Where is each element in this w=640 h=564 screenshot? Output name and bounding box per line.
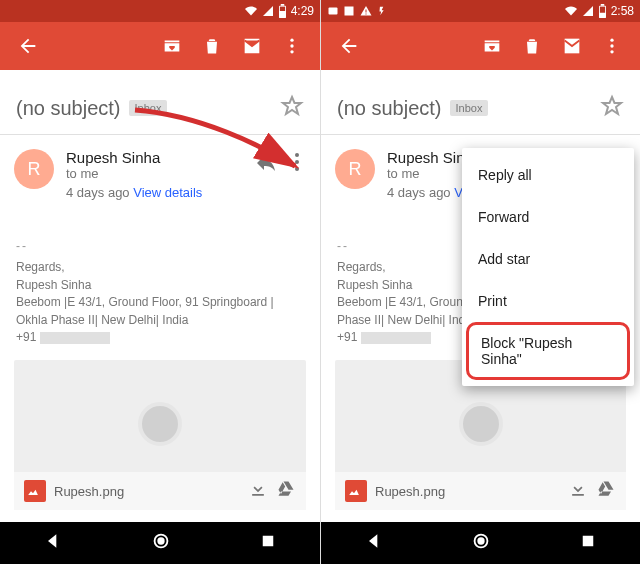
svg-point-3 [290, 39, 293, 42]
nav-bar [0, 522, 320, 564]
avatar[interactable]: R [335, 149, 375, 189]
subject-row: (no subject) Inbox [321, 70, 640, 134]
warning-icon [359, 5, 373, 17]
drive-icon[interactable] [596, 479, 616, 503]
signal-icon [582, 5, 594, 17]
redacted [40, 332, 110, 344]
svg-rect-14 [600, 4, 604, 6]
svg-point-18 [610, 50, 613, 53]
svg-rect-15 [600, 7, 605, 13]
bolt-icon [377, 4, 387, 18]
sig-phone-prefix: +91 [337, 330, 357, 344]
clock: 4:29 [291, 4, 314, 18]
subject-text: (no subject) [16, 97, 121, 120]
app-bar [0, 22, 320, 70]
back-button[interactable] [329, 26, 369, 66]
download-icon[interactable] [568, 479, 588, 503]
redacted [361, 332, 431, 344]
svg-rect-12 [366, 14, 367, 15]
svg-rect-21 [583, 536, 594, 547]
status-bar: 2:58 [321, 0, 640, 22]
nav-home-icon[interactable] [150, 530, 172, 556]
reply-icon[interactable] [254, 151, 278, 179]
svg-point-4 [290, 44, 293, 47]
screen-left: 4:29 (no subject) Inbox R Rupesh Sinha t… [0, 0, 320, 564]
label-chip[interactable]: Inbox [450, 100, 489, 116]
attachment-name: Rupesh.png [54, 484, 240, 499]
sender-to: to me [66, 166, 242, 181]
delete-button[interactable] [192, 26, 232, 66]
wifi-icon [244, 5, 258, 17]
mark-unread-button[interactable] [552, 26, 592, 66]
sig-regards: Regards, [16, 259, 304, 276]
attachment-thumb-icon [459, 402, 503, 446]
view-details-link[interactable]: View details [133, 185, 202, 200]
sig-phone-prefix: +91 [16, 330, 36, 344]
nav-bar [321, 522, 640, 564]
card-icon [327, 5, 339, 17]
overflow-button[interactable] [272, 26, 312, 66]
nav-home-icon[interactable] [470, 530, 492, 556]
delete-button[interactable] [512, 26, 552, 66]
nav-recent-icon[interactable] [579, 532, 597, 554]
svg-point-17 [610, 44, 613, 47]
status-bar: 4:29 [0, 0, 320, 22]
image-file-icon [24, 480, 46, 502]
svg-rect-1 [280, 4, 284, 6]
sender-time: 4 days ago [387, 185, 451, 200]
menu-add-star[interactable]: Add star [462, 238, 634, 280]
message-overflow-button[interactable] [288, 151, 306, 171]
nav-back-icon[interactable] [43, 531, 63, 555]
image-file-icon [345, 480, 367, 502]
svg-rect-8 [262, 536, 273, 547]
sender-time: 4 days ago [66, 185, 130, 200]
nav-back-icon[interactable] [364, 531, 384, 555]
message-body: -- Regards, Rupesh Sinha Beebom |E 43/1,… [0, 238, 320, 346]
subject-row: (no subject) Inbox [0, 70, 320, 134]
archive-button[interactable] [472, 26, 512, 66]
svg-rect-11 [366, 10, 367, 13]
svg-point-5 [290, 50, 293, 53]
signal-icon [262, 5, 274, 17]
sig-name: Rupesh Sinha [16, 277, 304, 294]
star-button[interactable] [280, 94, 304, 122]
subject-text: (no subject) [337, 97, 442, 120]
attachment-card[interactable]: Rupesh.png [14, 360, 306, 510]
menu-forward[interactable]: Forward [462, 196, 634, 238]
sender-name: Rupesh Sinha [66, 149, 242, 166]
menu-block-sender[interactable]: Block "Rupesh Sinha" [466, 322, 630, 380]
menu-reply-all[interactable]: Reply all [462, 154, 634, 196]
archive-button[interactable] [152, 26, 192, 66]
screen-right: 2:58 (no subject) Inbox R Rupesh Sinha t… [320, 0, 640, 564]
avatar[interactable]: R [14, 149, 54, 189]
download-icon[interactable] [248, 479, 268, 503]
menu-print[interactable]: Print [462, 280, 634, 322]
svg-rect-10 [345, 7, 354, 16]
nav-recent-icon[interactable] [259, 532, 277, 554]
sig-addr: Beebom |E 43/1, Ground Floor, 91 Springb… [16, 294, 304, 329]
wifi-icon [564, 5, 578, 17]
overflow-button[interactable] [592, 26, 632, 66]
sender-row: R Rupesh Sinha to me 4 days ago View det… [0, 135, 320, 210]
attachment-thumb-icon [138, 402, 182, 446]
context-menu: Reply all Forward Add star Print Block "… [462, 148, 634, 386]
svg-point-7 [157, 537, 164, 544]
svg-rect-2 [280, 7, 285, 11]
battery-icon [598, 4, 607, 18]
clock: 2:58 [611, 4, 634, 18]
svg-rect-9 [329, 8, 338, 15]
label-chip[interactable]: Inbox [129, 100, 168, 116]
drive-icon[interactable] [276, 479, 296, 503]
mark-unread-button[interactable] [232, 26, 272, 66]
attachment-name: Rupesh.png [375, 484, 560, 499]
svg-point-20 [478, 537, 485, 544]
star-button[interactable] [600, 94, 624, 122]
gallery-icon [343, 5, 355, 17]
back-button[interactable] [8, 26, 48, 66]
battery-icon [278, 4, 287, 18]
svg-point-16 [610, 39, 613, 42]
app-bar [321, 22, 640, 70]
